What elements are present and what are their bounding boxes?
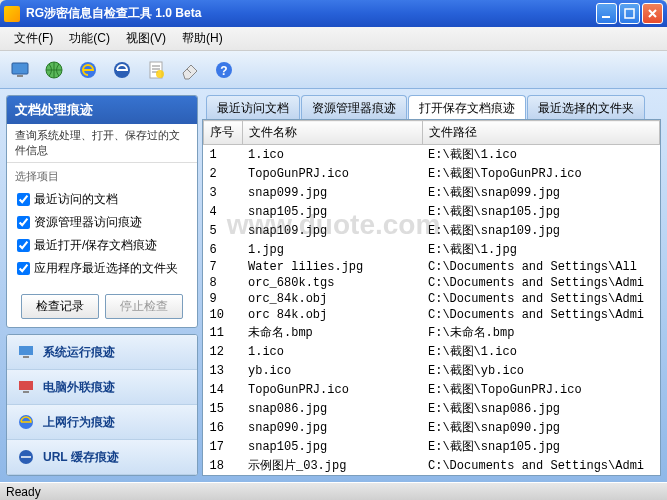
svg-rect-1 [625,9,634,18]
table-row[interactable]: 11.icoE:\截图\1.ico [204,145,660,165]
checkbox[interactable] [17,262,30,275]
menu-help[interactable]: 帮助(H) [174,27,231,50]
tab-open-save-trace[interactable]: 打开保存文档痕迹 [408,95,526,119]
table-row[interactable]: 10orc 84k.objC:\Documents and Settings\A… [204,307,660,323]
tool-erase-icon[interactable] [176,56,204,84]
col-filepath[interactable]: 文件路径 [422,121,659,145]
table-row[interactable]: 13yb.icoE:\截图\yb.ico [204,361,660,380]
svg-rect-11 [19,346,33,355]
table-row[interactable]: 2TopoGunPRJ.icoE:\截图\TopoGunPRJ.ico [204,164,660,183]
stop-button[interactable]: 停止检查 [105,294,183,319]
nav-network-trace[interactable]: 电脑外联痕迹 [7,370,197,405]
maximize-button[interactable] [619,3,640,24]
tool-monitor-icon[interactable] [6,56,34,84]
tab-recent-docs[interactable]: 最近访问文档 [206,95,300,119]
nav-list: 系统运行痕迹 电脑外联痕迹 上网行为痕迹 URL 缓存痕迹 文档处理痕迹 ? [6,334,198,476]
table-row[interactable]: 18示例图片_03.jpgC:\Documents and Settings\A… [204,456,660,475]
app-icon [4,6,20,22]
window-title: RG涉密信息自检查工具 1.0 Beta [26,5,596,22]
file-grid[interactable]: 序号 文件名称 文件路径 11.icoE:\截图\1.ico2TopoGunPR… [202,119,661,476]
titlebar: RG涉密信息自检查工具 1.0 Beta [0,0,667,27]
table-row[interactable]: 17snap105.jpgE:\截图\snap105.jpg [204,437,660,456]
svg-rect-12 [23,356,29,358]
check-explorer-trace[interactable]: 资源管理器访问痕迹 [15,211,189,234]
svg-text:?: ? [220,64,227,78]
checkbox[interactable] [17,193,30,206]
checkbox[interactable] [17,239,30,252]
check-button[interactable]: 检查记录 [21,294,99,319]
table-row[interactable]: 3snap099.jpgE:\截图\snap099.jpg [204,183,660,202]
table-row[interactable]: 8orc_680k.tgsC:\Documents and Settings\A… [204,275,660,291]
col-index[interactable]: 序号 [204,121,243,145]
section-label: 选择项目 [15,169,189,184]
check-recent-docs[interactable]: 最近访问的文档 [15,188,189,211]
tool-doc-icon[interactable] [142,56,170,84]
menu-file[interactable]: 文件(F) [6,27,61,50]
svg-rect-3 [17,75,23,77]
nav-url-cache[interactable]: URL 缓存痕迹 [7,440,197,475]
minimize-button[interactable] [596,3,617,24]
menubar: 文件(F) 功能(C) 视图(V) 帮助(H) [0,27,667,51]
panel-subtitle: 查询系统处理、打开、保存过的文件信息 [7,124,197,163]
tool-ie2-icon[interactable] [108,56,136,84]
tool-ie-icon[interactable] [74,56,102,84]
table-row[interactable]: 5snap109.jpgE:\截图\snap109.jpg [204,221,660,240]
menu-func[interactable]: 功能(C) [61,27,118,50]
table-row[interactable]: 7Water lilies.jpgC:\Documents and Settin… [204,259,660,275]
table-row[interactable]: 11未命名.bmpF:\未命名.bmp [204,323,660,342]
svg-rect-0 [602,16,610,18]
svg-rect-14 [23,391,29,393]
panel-title: 文档处理痕迹 [7,96,197,124]
table-row[interactable]: 16snap090.jpgE:\截图\snap090.jpg [204,418,660,437]
nav-doc-trace[interactable]: 文档处理痕迹 [7,475,197,476]
table-row[interactable]: 15snap086.jpgE:\截图\snap086.jpg [204,399,660,418]
table-row[interactable]: 9orc_84k.objC:\Documents and Settings\Ad… [204,291,660,307]
nav-system-trace[interactable]: 系统运行痕迹 [7,335,197,370]
close-button[interactable] [642,3,663,24]
table-row[interactable]: 121.icoE:\截图\1.ico [204,342,660,361]
check-open-save-trace[interactable]: 最近打开/保存文档痕迹 [15,234,189,257]
status-text: Ready [6,485,41,499]
col-filename[interactable]: 文件名称 [242,121,422,145]
tab-explorer-trace[interactable]: 资源管理器痕迹 [301,95,407,119]
svg-rect-2 [12,63,28,74]
table-row[interactable]: 61.jpgE:\截图\1.jpg [204,240,660,259]
tool-globe-icon[interactable] [40,56,68,84]
table-row[interactable]: 14TopoGunPRJ.icoE:\截图\TopoGunPRJ.ico [204,380,660,399]
menu-view[interactable]: 视图(V) [118,27,174,50]
checkbox[interactable] [17,216,30,229]
svg-point-8 [156,70,164,78]
table-row[interactable]: 19snap099.jpgE:\截图\snap099.jpg [204,475,660,476]
tab-recent-folders[interactable]: 最近选择的文件夹 [527,95,645,119]
toolbar: ? [0,51,667,89]
svg-rect-13 [19,381,33,390]
tab-strip: 最近访问文档 资源管理器痕迹 打开保存文档痕迹 最近选择的文件夹 [202,95,661,119]
tool-help-icon[interactable]: ? [210,56,238,84]
check-app-folders[interactable]: 应用程序最近选择的文件夹 [15,257,189,280]
table-row[interactable]: 4snap105.jpgE:\截图\snap105.jpg [204,202,660,221]
statusbar: Ready [0,482,667,500]
options-panel: 文档处理痕迹 查询系统处理、打开、保存过的文件信息 选择项目 最近访问的文档 资… [6,95,198,328]
nav-web-trace[interactable]: 上网行为痕迹 [7,405,197,440]
